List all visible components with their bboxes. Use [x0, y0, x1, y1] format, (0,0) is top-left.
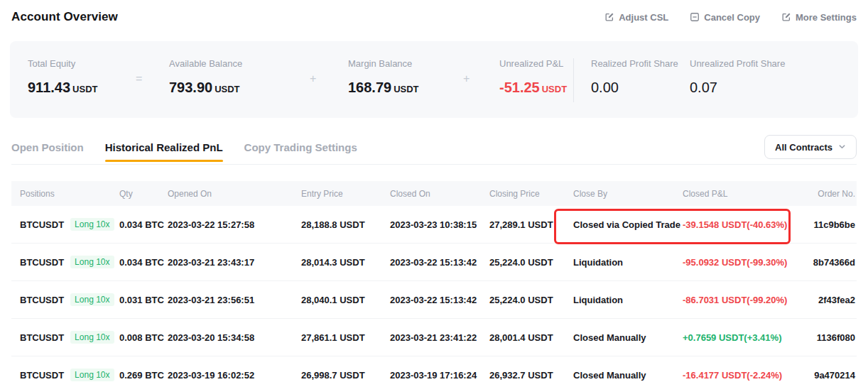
- header-action-button[interactable]: More Settings: [781, 12, 857, 23]
- account-overview-page: Account Overview Adjust CSL Cancel Copy …: [0, 0, 868, 382]
- column-header-closing-price: Closing Price: [489, 189, 573, 199]
- position-symbol: BTCUSDT: [20, 370, 64, 381]
- edit-icon: [781, 12, 791, 22]
- chevron-down-icon: [838, 142, 846, 153]
- table-row[interactable]: BTCUSDT Long 10x 0.031 BTC 2023-03-21 23…: [11, 281, 857, 319]
- qty-cell: 0.034 BTC: [119, 219, 168, 230]
- tabs-row: Open PositionHistorical Realized PnLCopy…: [11, 131, 857, 165]
- position-side-badge: Long 10x: [70, 256, 114, 268]
- stat-margin-balance: Margin Balance168.79USDT: [348, 58, 419, 98]
- stat-label: Unrealized P&L: [499, 58, 567, 70]
- entry-price-cell: 27,861.1 USDT: [301, 332, 390, 343]
- position-symbol: BTCUSDT: [20, 219, 64, 230]
- positions-cell: BTCUSDT Long 10x: [20, 293, 119, 306]
- column-header-closed-p-l: Closed P&L: [683, 189, 802, 199]
- tab-copy-trading-settings[interactable]: Copy Trading Settings: [244, 131, 357, 164]
- stat-total-equity: Total Equity911.43USDT: [28, 58, 97, 98]
- closed-on-cell: 2023-03-22 15:13:42: [390, 295, 489, 305]
- closed-on-cell: 2023-03-19 17:16:24: [390, 370, 489, 381]
- closing-price-cell: 27,289.1 USDT: [489, 219, 573, 230]
- entry-price-cell: 26,998.7 USDT: [301, 370, 390, 381]
- opened-on-cell: 2023-03-22 15:27:58: [168, 219, 301, 230]
- qty-cell: 0.008 BTC: [119, 332, 168, 343]
- stat-label: Margin Balance: [348, 58, 419, 70]
- table-row[interactable]: BTCUSDT Long 10x 0.008 BTC 2023-03-20 15…: [11, 319, 857, 356]
- table-header-row: PositionsQtyOpened OnEntry PriceClosed O…: [11, 181, 857, 206]
- close-by-cell: Closed Manually: [573, 332, 683, 343]
- close-by-cell: Liquidation: [573, 257, 683, 268]
- close-by-cell: Closed Manually: [573, 370, 683, 381]
- contracts-filter-dropdown[interactable]: All Contracts: [764, 135, 857, 159]
- stat-realized-profit-share: Realized Profit Share0.00: [591, 58, 678, 96]
- column-header-entry-price: Entry Price: [301, 189, 390, 199]
- order-no-cell: 11c9b6be: [802, 219, 857, 230]
- tab-historical-realized-pnl[interactable]: Historical Realized PnL: [105, 131, 223, 164]
- closed-pnl-cell: -16.4177 USDT(-2.24%): [683, 370, 802, 381]
- position-side-badge: Long 10x: [70, 369, 114, 381]
- closed-on-cell: 2023-03-22 15:13:42: [390, 257, 489, 268]
- table-row[interactable]: BTCUSDT Long 10x 0.034 BTC 2023-03-21 23…: [11, 244, 857, 281]
- positions-cell: BTCUSDT Long 10x: [20, 369, 119, 381]
- order-no-cell: 1136f080: [802, 332, 857, 343]
- opened-on-cell: 2023-03-21 23:43:17: [168, 257, 301, 268]
- stat-label: Realized Profit Share: [591, 58, 678, 70]
- column-header-close-by: Close By: [573, 189, 683, 199]
- closed-pnl-cell: -95.0932 USDT(-99.30%): [683, 257, 802, 268]
- table-row[interactable]: BTCUSDT Long 10x 0.269 BTC 2023-03-19 16…: [11, 356, 857, 382]
- header-actions: Adjust CSL Cancel Copy More Settings: [604, 12, 857, 23]
- stat-available-balance: Available Balance793.90USDT: [169, 58, 242, 98]
- stat-value: 911.43USDT: [28, 79, 97, 98]
- header-action-button[interactable]: Adjust CSL: [604, 12, 668, 23]
- position-symbol: BTCUSDT: [20, 295, 64, 305]
- stat-label: Total Equity: [28, 58, 97, 70]
- closing-price-cell: 26,932.7 USDT: [489, 370, 573, 381]
- opened-on-cell: 2023-03-21 23:56:51: [168, 295, 301, 305]
- account-summary-card: Total Equity911.43USDTAvailable Balance7…: [10, 41, 858, 118]
- closed-pnl-cell: -86.7031 USDT(-99.20%): [683, 295, 802, 305]
- closing-price-cell: 28,001.4 USDT: [489, 332, 573, 343]
- positions-cell: BTCUSDT Long 10x: [20, 218, 119, 231]
- column-header-positions: Positions: [20, 189, 119, 199]
- stat-unrealized-p-l: Unrealized P&L-51.25USDT: [499, 58, 567, 98]
- edit-icon: [604, 12, 614, 22]
- qty-cell: 0.269 BTC: [119, 370, 168, 381]
- order-no-cell: 2f43fea2: [802, 295, 857, 305]
- closing-price-cell: 25,224.0 USDT: [489, 295, 573, 305]
- stat-value: -51.25USDT: [499, 79, 567, 98]
- closed-pnl-cell: +0.7659 USDT(+3.41%): [683, 332, 802, 343]
- entry-price-cell: 28,040.1 USDT: [301, 295, 390, 305]
- stat-unrealized-profit-share: Unrealized Profit Share0.07: [690, 58, 785, 96]
- close-by-cell: Closed via Copied Trade: [573, 219, 683, 230]
- column-header-opened-on: Opened On: [168, 189, 301, 199]
- order-no-cell: 9a470214: [802, 370, 857, 381]
- table-row[interactable]: BTCUSDT Long 10x 0.034 BTC 2023-03-22 15…: [11, 206, 857, 244]
- summary-divider: [573, 58, 574, 102]
- equals-operator: =: [136, 72, 142, 85]
- position-symbol: BTCUSDT: [20, 257, 64, 268]
- positions-cell: BTCUSDT Long 10x: [20, 256, 119, 268]
- qty-cell: 0.031 BTC: [119, 295, 168, 305]
- entry-price-cell: 28,014.3 USDT: [301, 257, 390, 268]
- stat-label: Unrealized Profit Share: [690, 58, 785, 70]
- position-symbol: BTCUSDT: [20, 332, 64, 343]
- closing-price-cell: 25,224.0 USDT: [489, 257, 573, 268]
- position-side-badge: Long 10x: [70, 218, 114, 231]
- topbar: Account Overview Adjust CSL Cancel Copy …: [0, 0, 868, 34]
- position-side-badge: Long 10x: [70, 293, 114, 306]
- historical-pnl-table: PositionsQtyOpened OnEntry PriceClosed O…: [11, 181, 857, 382]
- column-header-qty: Qty: [119, 189, 168, 199]
- header-action-button[interactable]: Cancel Copy: [690, 12, 760, 23]
- opened-on-cell: 2023-03-19 16:02:52: [168, 370, 301, 381]
- column-header-order-no-: Order No.: [802, 189, 857, 199]
- positions-cell: BTCUSDT Long 10x: [20, 331, 119, 344]
- order-no-cell: 8b74366d: [802, 257, 857, 268]
- plus-operator: +: [463, 72, 470, 85]
- position-side-badge: Long 10x: [70, 331, 114, 344]
- stat-value: 168.79USDT: [348, 79, 419, 98]
- stat-label: Available Balance: [169, 58, 242, 70]
- contracts-filter-label: All Contracts: [775, 142, 832, 153]
- qty-cell: 0.034 BTC: [119, 257, 168, 268]
- tab-open-position[interactable]: Open Position: [11, 131, 84, 164]
- stat-value: 793.90USDT: [169, 79, 242, 98]
- minus-square-icon: [690, 12, 700, 22]
